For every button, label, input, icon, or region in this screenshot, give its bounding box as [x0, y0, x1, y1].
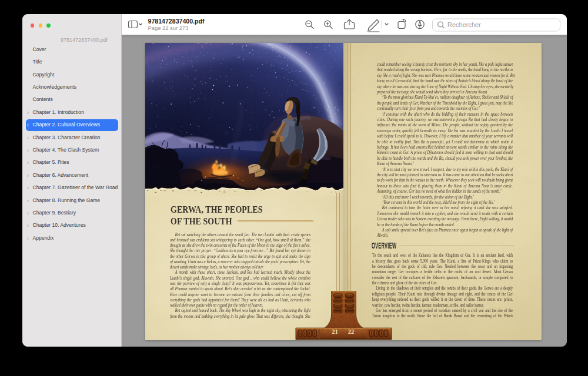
svg-text:Rechercher: Rechercher [447, 21, 481, 28]
svg-text:Page 22 sur 273: Page 22 sur 273 [148, 25, 189, 31]
svg-text:9781472837400.pdf: 9781472837400.pdf [148, 18, 205, 25]
